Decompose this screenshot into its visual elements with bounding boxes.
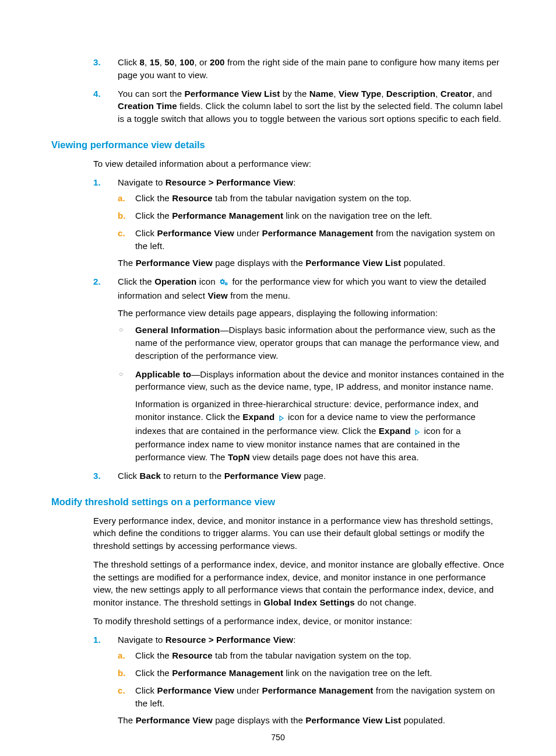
text: , — [174, 57, 180, 67]
bold: Expand — [379, 426, 411, 436]
bold: 8 — [140, 57, 145, 67]
bold: 50 — [164, 57, 174, 67]
bold: Resource — [172, 193, 213, 203]
list-marker: b. — [118, 667, 126, 680]
list-item-3: 3. Click Back to return to the Performan… — [93, 470, 506, 482]
circle-bullet-icon: ○ — [119, 325, 123, 335]
list-item-2: 2. Click the Operation icon for the perf… — [93, 275, 506, 464]
list-item-4: 4. You can sort the Performance View Lis… — [93, 88, 506, 125]
bold: Performance Management — [172, 668, 283, 678]
page-number: 750 — [0, 733, 556, 742]
text: The — [118, 715, 136, 725]
text: link on the navigation tree on the left. — [283, 211, 432, 220]
text: Click — [118, 471, 140, 481]
text: icon — [196, 276, 218, 286]
list-marker: 1. — [93, 634, 101, 646]
list-marker: b. — [118, 209, 126, 222]
svg-marker-2 — [280, 416, 283, 421]
list-item-3: 3. Click 8, 15, 50, 100, or 200 from the… — [93, 56, 506, 82]
list-marker: c. — [118, 227, 125, 240]
bold: Description — [386, 89, 435, 99]
text: Click the — [118, 276, 154, 286]
bold: Creator — [441, 89, 472, 99]
text: You can sort the — [118, 89, 185, 99]
expand-triangle-icon — [414, 427, 423, 437]
text: Click the — [135, 668, 172, 678]
list-marker: 4. — [93, 88, 101, 100]
bold: Performance View List — [305, 715, 401, 725]
bullet-list: ○ General Information—Displays basic inf… — [118, 324, 506, 464]
text: , and — [472, 89, 492, 99]
text: Click the — [135, 193, 172, 203]
text: The — [118, 258, 136, 268]
paragraph: To modify threshold settings of a perfor… — [93, 615, 506, 628]
followup-text: The performance view details page appear… — [118, 307, 506, 320]
text: Click — [118, 57, 140, 67]
bold: Performance View — [224, 471, 301, 481]
list-marker: 3. — [93, 56, 101, 69]
bold: Performance View — [136, 258, 213, 268]
paragraph: Every performance index, device, and mon… — [93, 514, 506, 552]
bold: Resource > Performance View — [166, 177, 293, 187]
text: Click the — [135, 211, 172, 220]
ordered-list-alpha: a. Click the Resource tab from the tabul… — [118, 192, 506, 252]
followup-text: The Performance View page displays with … — [118, 714, 506, 727]
bold: TopN — [228, 452, 250, 462]
document-page: 3. Click 8, 15, 50, 100, or 200 from the… — [0, 0, 556, 756]
bold: Expand — [242, 412, 275, 422]
bold: 100 — [180, 57, 194, 67]
bold: Name — [309, 89, 333, 99]
followup-text: The Performance View page displays with … — [118, 257, 506, 270]
text: do not change. — [355, 597, 417, 607]
text: : — [293, 177, 295, 187]
bold: Performance Management — [262, 685, 374, 695]
svg-point-1 — [226, 284, 227, 285]
text: under — [234, 685, 262, 695]
text: page displays with the — [213, 258, 306, 268]
text: tab from the tabular navigation system o… — [213, 650, 411, 660]
ordered-list-continuation: 3. Click 8, 15, 50, 100, or 200 from the… — [93, 56, 506, 125]
bold: 15 — [150, 57, 160, 67]
text: Navigate to — [118, 635, 166, 645]
text: : — [293, 635, 295, 645]
bold: Applicable to — [135, 369, 191, 379]
bold: Back — [140, 471, 161, 481]
text: from the menu. — [228, 290, 290, 300]
list-marker: a. — [118, 192, 125, 205]
list-marker: c. — [118, 684, 125, 697]
text: , or — [194, 57, 210, 67]
followup-text: Information is organized in three-hierar… — [135, 398, 506, 464]
sub-item-b: b. Click the Performance Management link… — [118, 667, 506, 680]
bold: View — [207, 290, 228, 300]
bold: Performance View List — [305, 258, 401, 268]
list-marker: 2. — [93, 275, 101, 288]
list-marker: a. — [118, 649, 125, 662]
ordered-list-sec2: 1. Navigate to Resource > Performance Vi… — [93, 634, 506, 727]
bold: General Information — [135, 325, 220, 335]
text: populated. — [401, 715, 445, 725]
text: tab from the tabular navigation system o… — [213, 193, 411, 203]
sub-item-a: a. Click the Resource tab from the tabul… — [118, 649, 506, 662]
bold: Performance View — [157, 685, 234, 695]
text: , — [333, 89, 339, 99]
bold: Operation — [154, 276, 196, 286]
bold: Performance Management — [262, 228, 374, 238]
bold: Global Index Settings — [263, 597, 355, 607]
text: , — [435, 89, 441, 99]
bold: Performance View List — [185, 89, 280, 99]
text: under — [234, 228, 262, 238]
bold: Creation Time — [118, 101, 177, 111]
bold: Performance View — [157, 228, 234, 238]
ordered-list-sec1: 1. Navigate to Resource > Performance Vi… — [93, 176, 506, 482]
list-item-1: 1. Navigate to Resource > Performance Vi… — [93, 176, 506, 270]
bullet-item: ○ Applicable to—Displays information abo… — [118, 368, 506, 464]
bullet-item: ○ General Information—Displays basic inf… — [118, 324, 506, 362]
section-heading-modify-threshold: Modify threshold settings on a performan… — [51, 496, 506, 508]
bold: Performance Management — [172, 211, 283, 220]
operation-cog-icon — [219, 278, 231, 288]
bold: Resource > Performance View — [166, 635, 293, 645]
text: page displays with the — [213, 715, 306, 725]
expand-triangle-icon — [279, 413, 287, 423]
list-item-1: 1. Navigate to Resource > Performance Vi… — [93, 634, 506, 727]
text: , — [145, 57, 150, 67]
